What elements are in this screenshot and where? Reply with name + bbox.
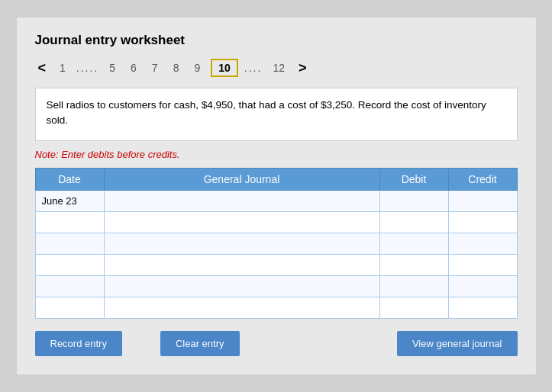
date-cell-5 — [35, 297, 104, 319]
date-cell-0: June 23 — [35, 191, 104, 212]
table-row: June 23 — [35, 191, 517, 212]
credit-cell-2[interactable] — [448, 233, 517, 255]
debit-input-3[interactable] — [385, 256, 444, 274]
table-row — [35, 276, 517, 297]
credit-cell-1[interactable] — [448, 212, 517, 233]
credit-input-5[interactable] — [454, 299, 512, 316]
page-5[interactable]: 5 — [105, 60, 120, 76]
dots-1: ..... — [76, 62, 98, 74]
journal-input-4[interactable] — [109, 278, 375, 295]
record-entry-button[interactable]: Record entry — [35, 331, 122, 356]
journal-cell-2[interactable] — [104, 233, 379, 255]
credit-cell-3[interactable] — [448, 255, 517, 276]
page-1[interactable]: 1 — [55, 60, 70, 76]
col-header-date: Date — [35, 169, 104, 191]
journal-input-3[interactable] — [109, 256, 375, 274]
page-title: Journal entry worksheet — [35, 33, 518, 48]
credit-input-0[interactable] — [454, 192, 512, 210]
col-header-debit: Debit — [379, 169, 448, 191]
col-header-journal: General Journal — [104, 169, 379, 191]
date-cell-4 — [35, 276, 104, 297]
clear-entry-button[interactable]: Clear entry — [160, 331, 240, 356]
worksheet-container: Journal entry worksheet < 1 ..... 5 6 7 … — [17, 18, 536, 374]
date-cell-1 — [35, 212, 104, 233]
journal-table: Date General Journal Debit Credit June 2… — [35, 168, 518, 319]
debit-cell-0[interactable] — [379, 191, 448, 212]
debit-input-2[interactable] — [385, 235, 444, 252]
journal-cell-4[interactable] — [104, 276, 379, 297]
credit-cell-4[interactable] — [448, 276, 517, 297]
dots-2: .... — [244, 62, 263, 74]
description-text: Sell radios to customers for cash, $4,95… — [47, 99, 486, 126]
debit-input-4[interactable] — [385, 278, 444, 295]
journal-input-2[interactable] — [109, 235, 375, 252]
credit-input-3[interactable] — [454, 256, 512, 274]
table-row — [35, 255, 517, 276]
journal-input-5[interactable] — [109, 299, 375, 316]
journal-input-0[interactable] — [109, 192, 375, 210]
buttons-row: Record entry Clear entry View general jo… — [35, 331, 518, 356]
next-arrow[interactable]: > — [295, 60, 310, 76]
table-row — [35, 233, 517, 255]
date-cell-2 — [35, 233, 104, 255]
debit-cell-3[interactable] — [379, 255, 448, 276]
pagination: < 1 ..... 5 6 7 8 9 10 .... 12 > — [35, 59, 518, 77]
prev-arrow[interactable]: < — [35, 60, 50, 76]
page-10-active[interactable]: 10 — [211, 59, 238, 77]
page-9[interactable]: 9 — [189, 60, 205, 76]
debit-input-5[interactable] — [385, 299, 444, 316]
date-cell-3 — [35, 255, 104, 276]
page-8[interactable]: 8 — [169, 60, 184, 76]
journal-cell-5[interactable] — [104, 297, 379, 319]
credit-cell-0[interactable] — [448, 191, 517, 212]
table-row — [35, 297, 517, 319]
description-box: Sell radios to customers for cash, $4,95… — [35, 88, 518, 141]
debit-cell-1[interactable] — [379, 212, 448, 233]
left-buttons: Record entry Clear entry — [35, 331, 240, 356]
credit-cell-5[interactable] — [448, 297, 517, 319]
journal-cell-1[interactable] — [104, 212, 379, 233]
journal-input-1[interactable] — [109, 214, 375, 231]
page-7[interactable]: 7 — [147, 60, 163, 76]
credit-input-4[interactable] — [454, 278, 512, 295]
note-text: Note: Enter debits before credits. — [35, 149, 518, 160]
col-header-credit: Credit — [448, 169, 517, 191]
credit-input-1[interactable] — [454, 214, 512, 231]
debit-cell-4[interactable] — [379, 276, 448, 297]
debit-cell-2[interactable] — [379, 233, 448, 255]
journal-cell-0[interactable] — [104, 191, 379, 212]
page-12[interactable]: 12 — [268, 60, 289, 76]
debit-input-0[interactable] — [385, 192, 444, 210]
debit-cell-5[interactable] — [379, 297, 448, 319]
table-row — [35, 212, 517, 233]
view-general-journal-button[interactable]: View general journal — [397, 331, 518, 356]
page-6[interactable]: 6 — [126, 60, 141, 76]
credit-input-2[interactable] — [454, 235, 512, 252]
journal-cell-3[interactable] — [104, 255, 379, 276]
debit-input-1[interactable] — [385, 214, 444, 231]
